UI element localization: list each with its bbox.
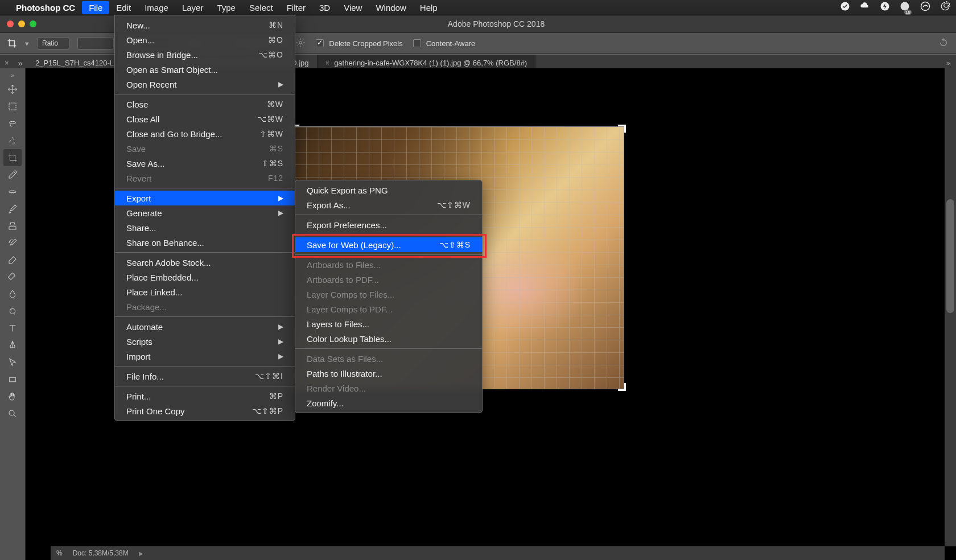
type-tool[interactable]: [3, 320, 22, 337]
menu-item-label: New...: [126, 20, 150, 30]
menu-item[interactable]: Browse in Bridge...⌥⌘O: [115, 47, 295, 62]
menu-item[interactable]: Zoomify...: [295, 396, 482, 410]
pen-tool[interactable]: [3, 337, 22, 354]
bolt-icon[interactable]: [880, 1, 890, 14]
doc-size[interactable]: Doc: 5,38M/5,38M: [73, 549, 129, 557]
menu-item[interactable]: Save for Web (Legacy)...⌥⇧⌘S: [295, 237, 482, 252]
crop-ratio-select[interactable]: Ratio: [37, 37, 69, 50]
submenu-arrow-icon: ▶: [278, 80, 283, 88]
menu-item[interactable]: Export Preferences...: [295, 217, 482, 232]
zoom-window-icon[interactable]: [30, 20, 36, 27]
reset-crop-icon[interactable]: [938, 38, 949, 50]
history-brush-tool[interactable]: [3, 234, 22, 252]
content-aware-checkbox[interactable]: Content-Aware: [411, 38, 475, 49]
tab-scroll-right-icon[interactable]: »: [941, 59, 956, 67]
quick-selection-tool[interactable]: [3, 132, 22, 149]
toolbar-collapse-icon[interactable]: »: [11, 72, 14, 79]
file-menu: New...⌘NOpen...⌘OBrowse in Bridge...⌥⌘OO…: [114, 15, 295, 421]
menu-item[interactable]: Share on Behance...: [115, 235, 295, 250]
app-name[interactable]: Photoshop CC: [16, 3, 75, 13]
menu-item[interactable]: Print...⌘P: [115, 389, 295, 403]
spiral-icon[interactable]: [940, 1, 950, 14]
menu-item[interactable]: File Info...⌥⇧⌘I: [115, 369, 295, 384]
blur-tool[interactable]: [3, 286, 22, 303]
tab-overflow-icon[interactable]: »: [14, 58, 27, 68]
svg-rect-7: [9, 191, 16, 193]
menu-item[interactable]: Print One Copy⌥⇧⌘P: [115, 403, 295, 418]
menu-filter[interactable]: Filter: [280, 1, 312, 14]
menu-item[interactable]: Search Adobe Stock...: [115, 255, 295, 270]
menu-item[interactable]: Export▶: [115, 191, 295, 205]
close-window-icon[interactable]: [7, 20, 14, 27]
menu-item[interactable]: Generate▶: [115, 205, 295, 220]
menu-item-label: Scripts: [126, 337, 153, 347]
move-tool[interactable]: [3, 81, 22, 98]
menu-item[interactable]: Color Lookup Tables...: [295, 331, 482, 346]
tool-preset-dropdown-icon[interactable]: ▾: [25, 39, 29, 48]
menu-item[interactable]: New...⌘N: [115, 18, 295, 32]
crop-options-gear-icon[interactable]: [295, 38, 306, 50]
menu-item[interactable]: Layers to Files...: [295, 316, 482, 331]
gradient-tool[interactable]: [3, 269, 22, 286]
menu-item[interactable]: Place Embedded...: [115, 270, 295, 285]
menu-item[interactable]: Export As...⌥⇧⌘W: [295, 197, 482, 212]
menu-item[interactable]: Close⌘W: [115, 97, 295, 112]
menu-item[interactable]: Import▶: [115, 349, 295, 364]
eyedropper-tool[interactable]: [3, 166, 22, 183]
menu-item[interactable]: Close All⌥⌘W: [115, 112, 295, 126]
rectangle-tool[interactable]: [3, 371, 22, 388]
menu-window[interactable]: Window: [369, 1, 413, 14]
menu-image[interactable]: Image: [138, 1, 175, 14]
cloud-icon[interactable]: [859, 1, 871, 14]
close-tab-icon[interactable]: ×: [325, 59, 330, 67]
menu-file[interactable]: File: [82, 1, 109, 14]
delete-cropped-checkbox[interactable]: Delete Cropped Pixels: [314, 38, 402, 49]
menu-3d[interactable]: 3D: [312, 1, 337, 14]
menu-item[interactable]: Quick Export as PNG: [295, 183, 482, 197]
menu-help[interactable]: Help: [413, 1, 444, 14]
notification-badge-icon[interactable]: 18: [899, 1, 910, 14]
menu-item[interactable]: Share...: [115, 220, 295, 235]
dodge-tool[interactable]: [3, 303, 22, 320]
crop-tool[interactable]: [3, 149, 22, 166]
close-all-tabs-icon[interactable]: ×: [0, 59, 14, 67]
menu-item[interactable]: Paths to Illustrator...: [295, 366, 482, 381]
menu-select[interactable]: Select: [242, 1, 280, 14]
tab-label: gathering-in-cafe-WGX78K4 (1) (1).jpg @ …: [334, 59, 527, 67]
spot-healing-brush-tool[interactable]: [3, 183, 22, 200]
menu-shortcut: ⌥⇧⌘W: [437, 200, 471, 209]
menu-item[interactable]: Place Linked...: [115, 285, 295, 299]
zoom-value[interactable]: %: [56, 549, 63, 557]
path-selection-tool[interactable]: [3, 354, 22, 371]
menu-item-label: Quick Export as PNG: [307, 186, 388, 195]
menu-item[interactable]: Save As...⇧⌘S: [115, 156, 295, 171]
menu-item-label: Print...: [126, 392, 151, 401]
menu-type[interactable]: Type: [210, 1, 242, 14]
menu-item[interactable]: Open as Smart Object...: [115, 62, 295, 77]
status-menu-icon[interactable]: ▶: [139, 550, 143, 557]
menu-edit[interactable]: Edit: [109, 1, 138, 14]
menu-item[interactable]: Open Recent▶: [115, 77, 295, 92]
eraser-tool[interactable]: [3, 252, 22, 269]
menu-item-label: Automate: [126, 322, 163, 332]
menu-item[interactable]: Close and Go to Bridge...⇧⌘W: [115, 126, 295, 141]
check-circle-icon[interactable]: [840, 1, 850, 14]
rectangular-marquee-tool[interactable]: [3, 98, 22, 115]
creative-cloud-icon[interactable]: [920, 1, 931, 14]
menu-item: Render Video...: [295, 381, 482, 396]
crop-tool-icon[interactable]: [7, 38, 17, 48]
menu-item[interactable]: Open...⌘O: [115, 32, 295, 47]
lasso-tool[interactable]: [3, 115, 22, 132]
hand-tool[interactable]: [3, 388, 22, 405]
crop-width-input[interactable]: [77, 37, 114, 50]
brush-tool[interactable]: [3, 200, 22, 217]
menu-item[interactable]: Automate▶: [115, 319, 295, 334]
menu-view[interactable]: View: [337, 1, 369, 14]
zoom-tool[interactable]: [3, 405, 22, 422]
vertical-scrollbar[interactable]: [945, 68, 956, 546]
menu-item[interactable]: Scripts▶: [115, 334, 295, 349]
minimize-window-icon[interactable]: [18, 20, 25, 27]
window-traffic-lights[interactable]: [7, 20, 36, 27]
menu-layer[interactable]: Layer: [175, 1, 211, 14]
clone-stamp-tool[interactable]: [3, 217, 22, 234]
